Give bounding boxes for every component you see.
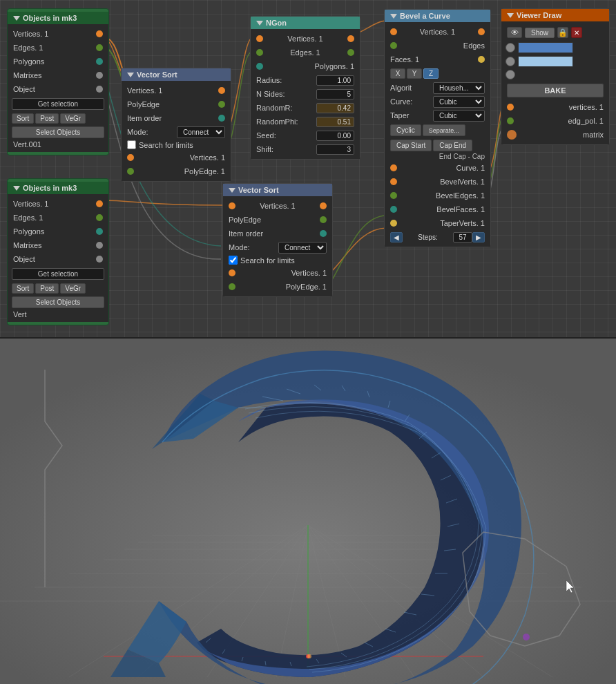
ngon-triangle — [256, 21, 263, 26]
ngon-vert-out-socket — [347, 35, 354, 42]
viewer-matrix-out: matrix — [501, 128, 609, 142]
bake-btn[interactable]: BAKE — [507, 84, 604, 97]
swatch-row-3 — [501, 68, 609, 81]
vs1-polyedge-out — [218, 101, 225, 108]
ngon-randomphi-input[interactable] — [316, 117, 354, 127]
bake-row: BAKE ⚙ — [501, 81, 609, 100]
socket-edges-2-out — [96, 214, 103, 221]
select-objects-btn-1[interactable]: Select Objects — [12, 126, 104, 138]
bevel-verts-out-socket — [390, 178, 397, 185]
cap-start-btn[interactable]: Cap Start — [390, 140, 432, 151]
objects-panel-2-header: Objects in mk3 — [8, 182, 108, 194]
bevel-curve-select[interactable]: Cubic — [433, 96, 485, 108]
color-swatch-1[interactable] — [518, 42, 573, 53]
ngon-shift: Shift: — [251, 142, 360, 156]
z-btn[interactable]: Z — [423, 68, 439, 79]
bevel-verts-out: BevelVerts. 1 — [385, 175, 490, 189]
ngon-node: NGon Vertices. 1 Edges. 1 Polygons. 1 Ra… — [250, 16, 360, 160]
swatch-icon-2 — [506, 57, 515, 66]
vs1-out-vertices: Vertices. 1 — [122, 151, 231, 164]
bevel-edges-out-socket — [390, 192, 397, 199]
row-edges-1: Edges. 1 — [8, 41, 108, 55]
y-btn[interactable]: Y — [407, 68, 422, 79]
steps-right-btn[interactable]: ▶ — [472, 232, 485, 243]
viewer-vertices-out: vertices. 1 — [501, 100, 609, 114]
vs2-search-checkbox[interactable] — [229, 256, 238, 265]
objects-panel-1: Objects in mk3 Vertices. 1 Edges. 1 Poly… — [7, 8, 109, 155]
ngon-edges-in: Edges. 1 — [251, 46, 360, 59]
ngon-poly-in-socket — [256, 63, 263, 70]
color-swatch-2[interactable] — [518, 56, 573, 67]
row-object-2: Object — [8, 252, 108, 266]
eye-icon-btn[interactable]: 👁 — [507, 27, 522, 38]
vegr-btn-1[interactable]: VeGr — [60, 113, 86, 124]
x-btn[interactable]: X — [390, 68, 405, 79]
xyz-row: X Y Z — [385, 66, 490, 81]
post-btn-2[interactable]: Post — [35, 283, 59, 294]
show-btn[interactable]: Show — [525, 28, 555, 38]
bevel-faces-out-socket — [478, 56, 485, 63]
vs1-mode-select[interactable]: Connect — [177, 126, 225, 138]
viewer-draw-header: Viewer Draw — [501, 9, 609, 21]
show-row: 👁 Show 🔒 ✕ — [501, 24, 609, 41]
vs2-vertices: Vertices. 1 — [223, 199, 332, 213]
steps-value: 57 — [453, 232, 472, 243]
ngon-vert-in-socket — [256, 35, 263, 42]
ngon-vertices-in: Vertices. 1 — [251, 32, 360, 46]
vs2-out-polyedge: PolyEdge. 1 — [223, 280, 332, 294]
swatch-row-2 — [501, 55, 609, 68]
cap-row: Cap Start Cap End — [385, 138, 490, 152]
lock-icon-btn[interactable]: 🔒 — [557, 27, 568, 38]
sort-btn-1[interactable]: Sort — [12, 113, 34, 124]
vs2-vert-out — [320, 202, 327, 209]
ngon-shift-input[interactable] — [316, 144, 354, 155]
cap-end-btn[interactable]: Cap End — [433, 140, 472, 151]
post-btn-1[interactable]: Post — [35, 113, 59, 124]
bevel-triangle — [390, 14, 397, 19]
vector-sort-1: Vector Sort Vertices. 1 PolyEdge Item or… — [121, 68, 231, 182]
triangle-icon — [13, 16, 20, 21]
separate-btn[interactable]: Separate... — [423, 124, 465, 136]
socket-matrixes-2-out — [96, 242, 103, 249]
vs1-itemorder: Item order — [122, 111, 231, 125]
bevel-taperverts-out-socket — [390, 220, 397, 227]
sort-btn-2[interactable]: Sort — [12, 283, 34, 294]
vs1-search-checkbox[interactable] — [127, 140, 136, 149]
select-objects-btn-2[interactable]: Select Objects — [12, 296, 104, 308]
vs1-polyedge: PolyEdge — [122, 97, 231, 111]
ngon-header: NGon — [251, 17, 360, 29]
ngon-randomphi: RandomPhi: — [251, 115, 360, 129]
ngon-randomr-input[interactable] — [316, 103, 354, 113]
ngon-nsides-input[interactable] — [316, 89, 354, 99]
ngon-seed-input[interactable] — [316, 131, 354, 141]
get-selection-btn-1[interactable]: Get selection — [12, 98, 104, 110]
vs2-out-vert-socket — [229, 269, 235, 276]
viewer-matrix-icon — [507, 130, 517, 140]
cyclic-btn[interactable]: Cyclic — [390, 124, 421, 136]
vs2-triangle — [229, 188, 235, 193]
vector-sort-2-header: Vector Sort — [223, 184, 332, 196]
vegr-btn-2[interactable]: VeGr — [60, 283, 86, 294]
bevel-algorithm-select[interactable]: Househ... — [433, 82, 485, 94]
ngon-radius-input[interactable] — [316, 75, 354, 86]
vector-sort-1-header: Vector Sort — [122, 68, 231, 81]
vs2-mode-select[interactable]: Connect — [278, 242, 327, 254]
close-icon-btn[interactable]: ✕ — [571, 27, 582, 38]
steps-left-btn[interactable]: ◀ — [390, 232, 403, 243]
vs2-out-vertices: Vertices. 1 — [223, 266, 332, 280]
get-selection-btn-2[interactable]: Get selection — [12, 268, 104, 280]
vs2-vert-in — [229, 202, 235, 209]
center-cross — [307, 654, 311, 658]
objects-panel-1-title: Objects in mk3 — [23, 14, 77, 22]
bevel-taper-select[interactable]: Cubic — [433, 110, 485, 122]
sort-post-vegr-row-2: Sort Post VeGr — [8, 282, 108, 295]
swatch-icon-3 — [506, 70, 515, 79]
row-matrixes: Matrixes — [8, 68, 108, 82]
objects-panel-2-title: Objects in mk3 — [23, 184, 77, 192]
vs2-out-polyedge-socket — [229, 283, 235, 290]
bevel-title: Bevel a Curve — [400, 12, 450, 20]
objects-panel-1-header: Objects in mk3 — [8, 12, 108, 24]
socket-matrixes-out — [96, 72, 103, 79]
vs1-mode: Mode: Connect — [122, 125, 231, 139]
viewport-svg — [0, 339, 616, 684]
